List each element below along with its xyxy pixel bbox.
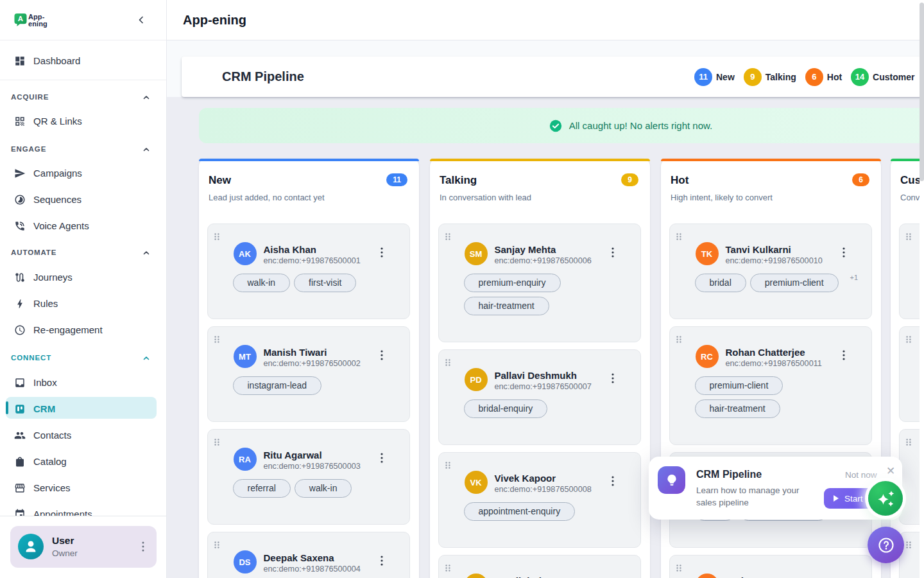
svg-text:A: A [18,15,23,22]
